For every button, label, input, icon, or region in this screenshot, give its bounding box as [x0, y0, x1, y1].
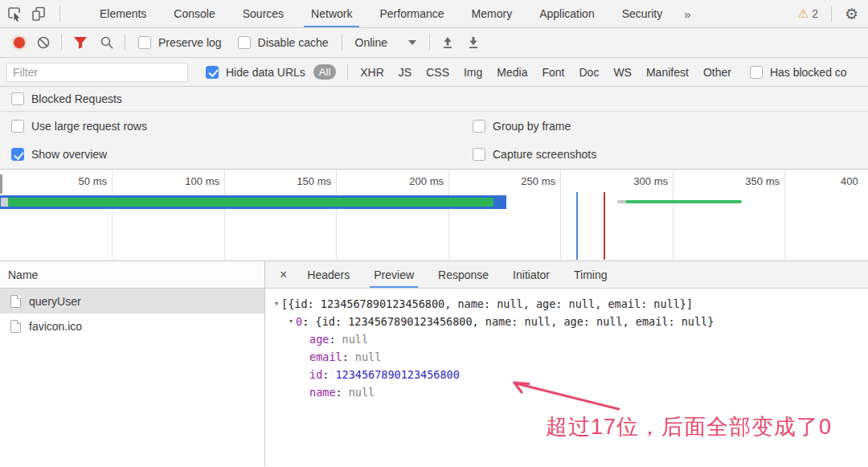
blocked-requests-label: Blocked Requests	[31, 92, 122, 105]
tab-initiator[interactable]: Initiator	[501, 261, 562, 288]
devtools-window: Elements Console Sources Network Perform…	[0, 0, 868, 467]
divider	[347, 64, 348, 80]
tick-350ms: 350 ms	[730, 175, 780, 187]
warnings-badge[interactable]: 2	[798, 6, 818, 21]
filter-toggle-icon[interactable]	[72, 35, 88, 50]
property-key: name	[309, 383, 342, 401]
has-blocked-cookies-checkbox[interactable]	[750, 66, 763, 79]
type-filter-media[interactable]: Media	[497, 66, 527, 79]
tick-250ms: 250 ms	[506, 175, 555, 187]
tab-network[interactable]: Network	[297, 0, 366, 27]
type-filter-manifest[interactable]: Manifest	[646, 66, 689, 79]
tab-response[interactable]: Response	[426, 261, 501, 288]
network-overview-timeline[interactable]: 50 ms 100 ms 150 ms 200 ms 250 ms 300 ms…	[0, 170, 868, 261]
warning-icon	[798, 6, 809, 21]
gridline	[784, 170, 785, 260]
request-bar-queryUser[interactable]	[0, 195, 506, 209]
type-filter-img[interactable]: Img	[464, 66, 482, 79]
type-filter-font[interactable]: Font	[542, 66, 564, 79]
show-overview-row: Show overview Capture screenshots	[0, 140, 868, 170]
use-large-request-rows-checkbox[interactable]	[11, 120, 24, 133]
tick-200ms: 200 ms	[394, 175, 444, 187]
more-tabs-button[interactable]: »	[676, 0, 698, 27]
blocked-requests-checkbox[interactable]	[11, 92, 24, 105]
tick-300ms: 300 ms	[618, 175, 668, 187]
tab-performance[interactable]: Performance	[366, 0, 457, 27]
inspect-element-icon[interactable]	[6, 6, 23, 22]
requests-table: Name queryUser favicon.ico	[0, 261, 265, 466]
type-filter-other[interactable]: Other	[703, 66, 731, 79]
name-column-header[interactable]: Name	[0, 261, 264, 289]
json-root-line[interactable]: [{id: 1234567890123456800, name: null, a…	[265, 295, 868, 313]
export-har-icon[interactable]	[466, 35, 481, 50]
settings-gear-icon[interactable]	[845, 5, 858, 23]
file-icon	[10, 320, 21, 333]
tick-150ms: 150 ms	[281, 175, 331, 187]
tick-100ms: 100 ms	[170, 175, 219, 187]
json-root-text: [{id: 1234567890123456800, name: null, a…	[281, 295, 693, 313]
type-filter-all[interactable]: All	[313, 64, 336, 80]
show-overview-checkbox[interactable]	[11, 148, 24, 161]
request-bar-queued-chip	[1, 198, 8, 207]
collapse-arrow-icon[interactable]	[272, 295, 281, 313]
type-filter-xhr[interactable]: XHR	[360, 66, 384, 79]
tick-50ms: 50 ms	[57, 175, 107, 187]
tab-timing[interactable]: Timing	[562, 261, 620, 288]
disable-cache-checkbox[interactable]	[238, 36, 251, 49]
tab-application[interactable]: Application	[526, 0, 608, 27]
preserve-log-checkbox[interactable]	[138, 36, 151, 49]
show-overview-label: Show overview	[31, 148, 107, 161]
type-filter-doc[interactable]: Doc	[579, 66, 599, 79]
json-property-row[interactable]: age null	[265, 330, 868, 348]
json-property-row[interactable]: id 1234567890123456800	[265, 366, 868, 383]
gridline	[673, 170, 674, 260]
hide-data-urls-checkbox[interactable]	[206, 66, 219, 79]
property-value: null	[349, 383, 375, 401]
json-item-line[interactable]: 0: {id: 1234567890123456800, name: null,…	[265, 313, 868, 330]
file-icon	[10, 295, 21, 308]
capture-screenshots-label: Capture screenshots	[493, 148, 596, 161]
request-bar-favicon[interactable]	[617, 200, 743, 203]
filter-input[interactable]	[6, 63, 188, 82]
tab-security[interactable]: Security	[608, 0, 677, 27]
type-filter-ws[interactable]: WS	[613, 66, 632, 79]
collapse-arrow-icon[interactable]	[286, 313, 296, 330]
warning-count: 2	[812, 7, 818, 20]
json-item-text: : {id: 1234567890123456800, name: null, …	[302, 313, 714, 330]
capture-screenshots-checkbox[interactable]	[473, 148, 485, 161]
overview-handle[interactable]	[0, 174, 2, 194]
tab-preview[interactable]: Preview	[362, 261, 426, 288]
throttling-value: Online	[355, 36, 387, 49]
network-toolbar: Preserve log Disable cache Online	[0, 28, 868, 58]
divider	[342, 35, 342, 51]
gridline	[336, 170, 337, 260]
type-filter-js[interactable]: JS	[399, 66, 411, 79]
gridline	[112, 170, 113, 260]
group-by-frame-checkbox[interactable]	[473, 120, 485, 133]
import-har-icon[interactable]	[440, 35, 455, 50]
tab-console[interactable]: Console	[160, 0, 228, 27]
record-button[interactable]	[14, 37, 25, 48]
tab-headers[interactable]: Headers	[295, 261, 362, 288]
search-icon[interactable]	[100, 35, 114, 50]
json-property-row[interactable]: email null	[265, 348, 868, 366]
table-row-queryuser[interactable]: queryUser	[0, 289, 264, 313]
has-blocked-cookies-label: Has blocked co	[770, 66, 847, 79]
clear-button[interactable]	[36, 35, 51, 50]
tab-sources[interactable]: Sources	[229, 0, 297, 27]
favicon-content-segment	[625, 200, 742, 203]
throttling-select[interactable]: Online	[355, 36, 416, 49]
table-row-favicon[interactable]: favicon.ico	[0, 313, 264, 338]
property-key: id	[309, 366, 329, 383]
devtools-tabbar: Elements Console Sources Network Perform…	[0, 0, 868, 28]
close-details-button[interactable]: ×	[272, 268, 295, 282]
divider	[831, 6, 832, 22]
tab-elements[interactable]: Elements	[86, 0, 160, 27]
device-toolbar-icon[interactable]	[31, 6, 47, 22]
tab-memory[interactable]: Memory	[458, 0, 526, 27]
type-filter-css[interactable]: CSS	[426, 66, 449, 79]
request-name: favicon.ico	[29, 320, 82, 333]
request-bar-content	[8, 198, 493, 207]
divider	[59, 6, 60, 22]
json-property-row[interactable]: name null	[265, 383, 868, 401]
